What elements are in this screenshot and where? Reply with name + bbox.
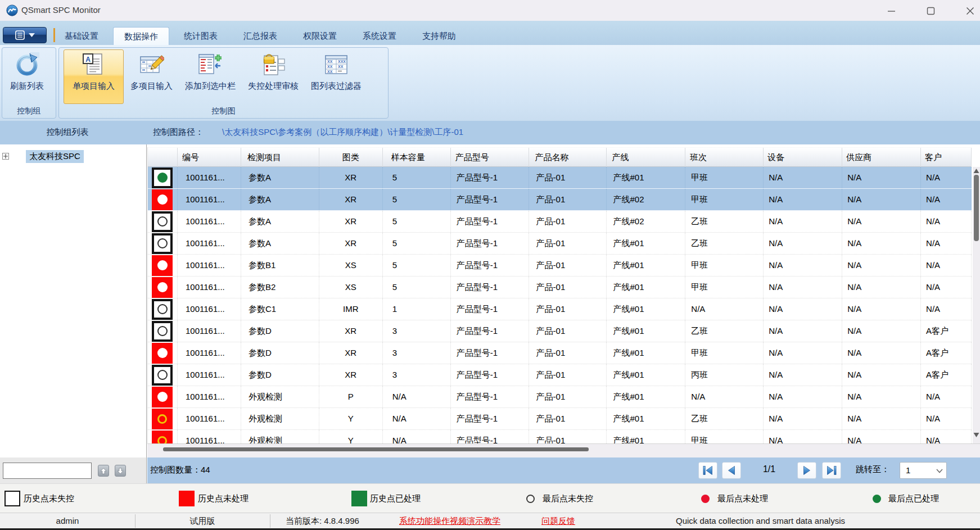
table-cell: 参数D — [241, 342, 319, 364]
horizontal-scrollbar[interactable] — [147, 443, 980, 457]
search-down-button[interactable] — [115, 465, 126, 477]
add-to-selected-button[interactable]: 添加到选中栏 — [179, 49, 241, 104]
close-button[interactable] — [961, 4, 978, 17]
table-header-3[interactable]: 图类 — [319, 148, 383, 167]
last-point-dot — [157, 173, 168, 183]
table-row[interactable]: 1001161...参数B1XS5产品型号-1产品-01产线#01甲班N/AN/… — [148, 255, 972, 277]
horizontal-scrollbar-thumb[interactable] — [163, 447, 589, 451]
table-cell: 参数D — [241, 364, 319, 386]
status-white-square-ring-dot-icon — [152, 299, 173, 320]
table-cell: N/A — [764, 211, 842, 232]
table-cell: 产品型号-1 — [451, 189, 529, 210]
ribbon-button-label: 多项目输入 — [130, 81, 173, 92]
chart-list-filter-button[interactable]: XXXXX XXXX XX 图列表过滤器 — [305, 49, 367, 104]
table-row[interactable]: 1001161...参数B2XS5产品型号-1产品-01产线#01甲班N/AN/… — [148, 277, 972, 298]
first-page-button[interactable] — [698, 462, 717, 479]
application-menu-button[interactable] — [3, 27, 47, 43]
tree-expand-icon[interactable] — [2, 153, 9, 160]
table-row[interactable]: 1001161...参数AXR5产品型号-1产品-01产线#01甲班N/AN/A… — [148, 167, 972, 189]
table-cell: A客户 — [921, 364, 972, 386]
table-header-8[interactable]: 班次 — [685, 148, 764, 167]
svg-text:XX: XX — [327, 70, 333, 74]
maximize-button[interactable] — [922, 4, 939, 17]
tab-system-settings[interactable]: 系统设置 — [351, 27, 408, 45]
table-cell: N/A — [921, 430, 972, 443]
tab-support-help[interactable]: 支持帮助 — [411, 27, 467, 45]
tree-search-input[interactable] — [3, 463, 92, 479]
table-cell: 产品-01 — [529, 386, 607, 407]
vertical-scrollbar[interactable] — [973, 167, 980, 443]
table-cell: 参数B1 — [241, 255, 319, 276]
video-tutorial-link[interactable]: 系统功能操作视频演示教学 — [399, 516, 500, 527]
table-row[interactable]: 1001161...参数AXR5产品型号-1产品-01产线#02乙班N/AN/A… — [148, 211, 972, 233]
search-up-button[interactable] — [98, 465, 109, 477]
table-row[interactable]: 1001161...参数AXR5产品型号-1产品-01产线#01乙班N/AN/A… — [148, 233, 972, 255]
table-cell: N/A — [685, 386, 764, 407]
tab-data-operations[interactable]: 数据操作 — [113, 27, 169, 46]
table-cell: 1001161... — [178, 189, 241, 210]
table-cell: N/A — [842, 189, 921, 210]
table-header-6[interactable]: 产品名称 — [529, 148, 607, 167]
chart-path-value: \太友科技SPC\参考案例（以工序顺序构建）\计量型检测\工序-01 — [222, 127, 463, 138]
table-header-4[interactable]: 样本容量 — [383, 148, 451, 167]
out-of-control-review-button[interactable]: 失控处理审核 — [242, 49, 304, 104]
table-row[interactable]: 1001161...参数DXR3产品型号-1产品-01产线#01乙班N/AN/A… — [148, 320, 972, 342]
table-cell: N/A — [921, 277, 972, 298]
tab-summary-reports[interactable]: 汇总报表 — [232, 27, 288, 45]
feedback-link[interactable]: 问题反馈 — [541, 516, 575, 527]
ribbon-group-control-chart: A 单项目输入 多项目输入 添加到选中栏 失控处理审核 XXXXX XXXX X… — [58, 47, 389, 119]
table-row[interactable]: 1001161...参数C1IMR1产品型号-1产品-01产线#01N/AN/A… — [148, 298, 972, 320]
ribbon-button-label: 添加到选中栏 — [185, 81, 236, 92]
table-header-5[interactable]: 产品型号 — [451, 148, 529, 167]
table-cell: 3 — [383, 320, 451, 342]
scroll-down-icon[interactable] — [973, 432, 979, 438]
single-item-input-button[interactable]: A 单项目输入 — [64, 49, 124, 104]
last-point-dot — [157, 326, 168, 336]
tab-statistics-charts[interactable]: 统计图表 — [173, 27, 229, 45]
last-point-dot — [157, 414, 167, 424]
table-cell: 产线#01 — [607, 430, 685, 443]
refresh-list-button[interactable]: 刷新列表 — [4, 49, 49, 104]
legend-label: 历史点未失控 — [24, 493, 74, 504]
table-cell: 3 — [383, 342, 451, 364]
table-row[interactable]: 1001161...参数DXR3产品型号-1产品-01产线#01甲班N/AN/A… — [148, 342, 972, 364]
tree-node-label[interactable]: 太友科技SPC — [26, 150, 84, 163]
table-cell: XR — [319, 167, 383, 188]
multi-item-input-button[interactable]: 多项目输入 — [125, 49, 178, 104]
jump-to-select[interactable]: 1 — [900, 462, 947, 479]
next-page-button[interactable] — [797, 462, 816, 479]
table-cell: 参数C1 — [241, 298, 319, 320]
status-bar: admin 试用版 当前版本: 4.8.4.996 系统功能操作视频演示教学 问… — [0, 513, 980, 528]
row-status-cell — [148, 277, 178, 298]
last-page-button[interactable] — [822, 462, 841, 479]
table-header-7[interactable]: 产线 — [607, 148, 685, 167]
table-cell: N/A — [764, 342, 842, 364]
previous-page-button[interactable] — [722, 462, 741, 479]
scroll-up-icon[interactable] — [973, 168, 979, 174]
tree-node[interactable]: 太友科技SPC — [0, 149, 146, 164]
tab-basic-settings[interactable]: 基础设置 — [53, 27, 110, 45]
table-cell: XR — [319, 233, 383, 254]
multi-icon — [139, 52, 165, 78]
table-row[interactable]: 1001161...外观检测YN/A产品型号-1产品-01产线#01乙班N/AN… — [148, 408, 972, 430]
table-header-1[interactable]: 编号 — [178, 148, 241, 167]
table-row[interactable]: 1001161...参数DXR3产品型号-1产品-01产线#01丙班N/AN/A… — [148, 364, 972, 386]
tab-permission-settings[interactable]: 权限设置 — [292, 27, 348, 45]
table-header-11[interactable]: 客户 — [921, 148, 972, 167]
table-cell: 产线#02 — [607, 211, 685, 232]
minimize-button[interactable] — [883, 4, 900, 17]
vertical-scrollbar-thumb[interactable] — [974, 175, 979, 241]
table-header-9[interactable]: 设备 — [764, 148, 842, 167]
table-cell: 产品-01 — [529, 364, 607, 386]
svg-text:XX: XX — [327, 60, 333, 64]
last-point-dot — [157, 348, 168, 358]
status-legend: 历史点未失控历史点未处理历史点已处理最后点未失控最后点未处理最后点已处理 — [0, 483, 980, 513]
table-row[interactable]: 1001161...参数AXR5产品型号-1产品-01产线#02甲班N/AN/A… — [148, 189, 972, 211]
status-red-square-white-dot-icon — [152, 387, 173, 407]
table-cell: A客户 — [921, 320, 972, 342]
table-cell: 甲班 — [685, 167, 764, 188]
table-header-10[interactable]: 供应商 — [842, 148, 921, 167]
table-row[interactable]: 1001161...外观检测YN/A产品型号-1产品-01产线#01甲班N/AN… — [148, 430, 972, 443]
table-header-2[interactable]: 检测项目 — [241, 148, 319, 167]
table-row[interactable]: 1001161...外观检测PN/A产品型号-1产品-01产线#01N/AN/A… — [148, 386, 972, 408]
